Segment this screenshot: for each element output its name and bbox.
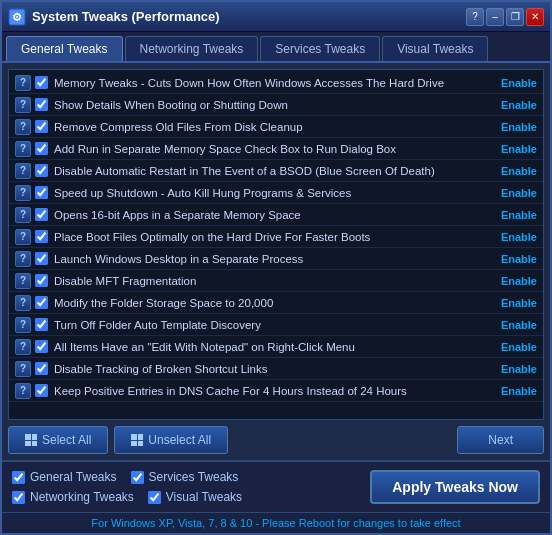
tweak-status: Enable [495, 385, 537, 397]
tweak-label: Disable Tracking of Broken Shortcut Link… [54, 363, 495, 375]
tweak-checkbox[interactable] [35, 208, 48, 221]
tweak-help-button[interactable]: ? [15, 339, 31, 355]
tweak-status: Enable [495, 99, 537, 111]
main-window: ⚙ System Tweaks (Performance) ? – ❐ ✕ Ge… [0, 0, 552, 535]
tweak-help-button[interactable]: ? [15, 207, 31, 223]
svg-text:⚙: ⚙ [12, 11, 22, 23]
category-checkboxes: General Tweaks Services Tweaks Networkin… [12, 470, 360, 504]
grid-unselect-icon [131, 434, 143, 446]
content-area: ? Memory Tweaks - Cuts Down How Often Wi… [2, 63, 550, 460]
tweak-status: Enable [495, 297, 537, 309]
tweak-label: Memory Tweaks - Cuts Down How Often Wind… [54, 77, 495, 89]
tweak-checkbox[interactable] [35, 362, 48, 375]
tweak-label: Keep Positive Entries in DNS Cache For 4… [54, 385, 495, 397]
table-row: ? Keep Positive Entries in DNS Cache For… [9, 380, 543, 402]
tweak-status: Enable [495, 363, 537, 375]
tweak-label: Speed up Shutdown - Auto Kill Hung Progr… [54, 187, 495, 199]
tweak-help-button[interactable]: ? [15, 119, 31, 135]
window-title: System Tweaks (Performance) [32, 9, 466, 24]
check-visual-tweaks[interactable]: Visual Tweaks [148, 490, 242, 504]
tweak-help-button[interactable]: ? [15, 383, 31, 399]
tweak-help-button[interactable]: ? [15, 97, 31, 113]
tweak-label: Show Details When Booting or Shutting Do… [54, 99, 495, 111]
tweak-checkbox[interactable] [35, 230, 48, 243]
table-row: ? All Items Have an "Edit With Notepad" … [9, 336, 543, 358]
table-row: ? Launch Windows Desktop in a Separate P… [9, 248, 543, 270]
window-controls: ? – ❐ ✕ [466, 8, 544, 26]
tweak-status: Enable [495, 77, 537, 89]
tweak-label: Place Boot Files Optimally on the Hard D… [54, 231, 495, 243]
action-buttons-row: Select All Unselect All Next [8, 426, 544, 454]
tweak-status: Enable [495, 209, 537, 221]
bottom-check-row-2: Networking Tweaks Visual Tweaks [12, 490, 360, 504]
tab-visual-tweaks[interactable]: Visual Tweaks [382, 36, 488, 61]
tweak-checkbox[interactable] [35, 296, 48, 309]
tweak-label: Remove Compress Old Files From Disk Clea… [54, 121, 495, 133]
tweak-checkbox[interactable] [35, 274, 48, 287]
tweak-status: Enable [495, 143, 537, 155]
table-row: ? Opens 16-bit Apps in a Separate Memory… [9, 204, 543, 226]
tweak-help-button[interactable]: ? [15, 229, 31, 245]
restore-button[interactable]: ❐ [506, 8, 524, 26]
select-all-button[interactable]: Select All [8, 426, 108, 454]
tweak-label: Opens 16-bit Apps in a Separate Memory S… [54, 209, 495, 221]
table-row: ? Speed up Shutdown - Auto Kill Hung Pro… [9, 182, 543, 204]
table-row: ? Memory Tweaks - Cuts Down How Often Wi… [9, 72, 543, 94]
table-row: ? Modify the Folder Storage Space to 20,… [9, 292, 543, 314]
tweak-status: Enable [495, 165, 537, 177]
tweak-status: Enable [495, 275, 537, 287]
grid-select-icon [25, 434, 37, 446]
tweak-checkbox[interactable] [35, 76, 48, 89]
tweak-help-button[interactable]: ? [15, 273, 31, 289]
table-row: ? Place Boot Files Optimally on the Hard… [9, 226, 543, 248]
tweak-checkbox[interactable] [35, 340, 48, 353]
tab-networking-tweaks[interactable]: Networking Tweaks [125, 36, 259, 61]
tweak-label: Add Run in Separate Memory Space Check B… [54, 143, 495, 155]
tweak-status: Enable [495, 253, 537, 265]
bottom-check-row-1: General Tweaks Services Tweaks [12, 470, 360, 484]
tweak-label: Disable MFT Fragmentation [54, 275, 495, 287]
tweak-checkbox[interactable] [35, 252, 48, 265]
check-general-tweaks[interactable]: General Tweaks [12, 470, 117, 484]
tweak-help-button[interactable]: ? [15, 361, 31, 377]
check-networking-tweaks[interactable]: Networking Tweaks [12, 490, 134, 504]
tweak-help-button[interactable]: ? [15, 295, 31, 311]
table-row: ? Disable Automatic Restart in The Event… [9, 160, 543, 182]
tweak-status: Enable [495, 319, 537, 331]
tab-bar: General Tweaks Networking Tweaks Service… [2, 32, 550, 63]
tweak-checkbox[interactable] [35, 98, 48, 111]
tweak-help-button[interactable]: ? [15, 317, 31, 333]
tweak-label: Turn Off Folder Auto Template Discovery [54, 319, 495, 331]
tweak-status: Enable [495, 341, 537, 353]
table-row: ? Show Details When Booting or Shutting … [9, 94, 543, 116]
table-row: ? Turn Off Folder Auto Template Discover… [9, 314, 543, 336]
tweak-label: Disable Automatic Restart in The Event o… [54, 165, 495, 177]
table-row: ? Disable Tracking of Broken Shortcut Li… [9, 358, 543, 380]
tweak-status: Enable [495, 187, 537, 199]
tweak-checkbox[interactable] [35, 318, 48, 331]
minimize-button[interactable]: – [486, 8, 504, 26]
check-services-tweaks[interactable]: Services Tweaks [131, 470, 239, 484]
close-button[interactable]: ✕ [526, 8, 544, 26]
tweak-help-button[interactable]: ? [15, 141, 31, 157]
app-icon: ⚙ [8, 8, 26, 26]
tweak-checkbox[interactable] [35, 186, 48, 199]
tweak-help-button[interactable]: ? [15, 163, 31, 179]
tweak-checkbox[interactable] [35, 164, 48, 177]
tweak-help-button[interactable]: ? [15, 185, 31, 201]
unselect-all-button[interactable]: Unselect All [114, 426, 228, 454]
tweak-checkbox[interactable] [35, 142, 48, 155]
help-button[interactable]: ? [466, 8, 484, 26]
next-button[interactable]: Next [457, 426, 544, 454]
table-row: ? Remove Compress Old Files From Disk Cl… [9, 116, 543, 138]
tweak-label: Launch Windows Desktop in a Separate Pro… [54, 253, 495, 265]
tweak-status: Enable [495, 231, 537, 243]
tab-general-tweaks[interactable]: General Tweaks [6, 36, 123, 61]
apply-button[interactable]: Apply Tweaks Now [370, 470, 540, 504]
tweak-checkbox[interactable] [35, 120, 48, 133]
tweak-checkbox[interactable] [35, 384, 48, 397]
tweak-help-button[interactable]: ? [15, 75, 31, 91]
title-bar: ⚙ System Tweaks (Performance) ? – ❐ ✕ [2, 2, 550, 32]
tweak-help-button[interactable]: ? [15, 251, 31, 267]
tab-services-tweaks[interactable]: Services Tweaks [260, 36, 380, 61]
